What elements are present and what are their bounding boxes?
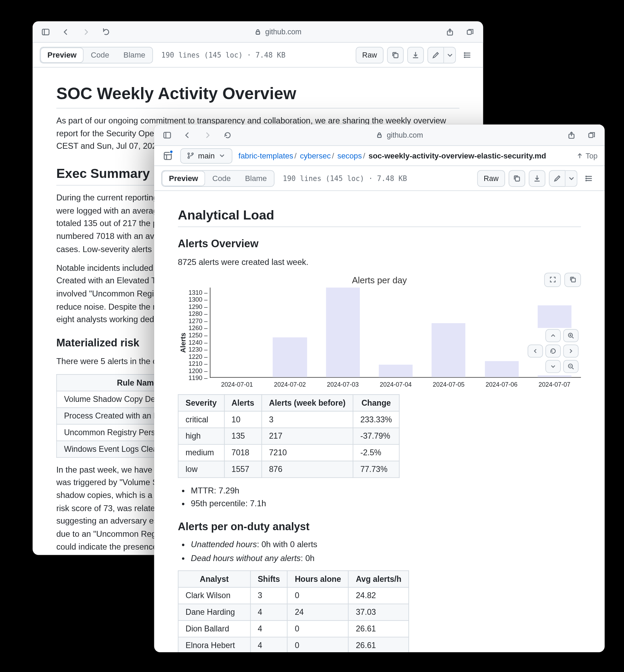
alerts-per-day-chart: Alerts per day Alerts 1310 –1300 –1290 –… [178, 275, 581, 388]
chart-pan-controls [526, 328, 581, 375]
nav-back-icon[interactable] [180, 128, 194, 141]
chart-bar [422, 287, 475, 377]
chart-xaxis: 2024-07-012024-07-022024-07-032024-07-04… [210, 380, 581, 388]
svg-point-29 [586, 180, 587, 181]
nav-back-icon[interactable] [59, 25, 73, 38]
chart-left-icon[interactable] [528, 344, 543, 357]
share-icon[interactable] [564, 128, 579, 141]
chart-copy-icon[interactable] [564, 273, 581, 287]
chart-reset-icon[interactable] [545, 344, 561, 357]
table-row: critical103233.33% [178, 411, 399, 428]
nav-forward-icon[interactable] [200, 128, 215, 141]
svg-rect-12 [164, 132, 170, 138]
url-text: github.com [387, 131, 423, 139]
copy-icon[interactable] [509, 170, 525, 187]
table-row: medium70187210-2.5% [178, 444, 399, 461]
heading-per-analyst: Alerts per on-duty analyst [178, 521, 581, 533]
svg-point-9 [464, 52, 465, 53]
breadcrumb-link[interactable]: fabric-templates [239, 151, 293, 160]
git-branch-icon [187, 152, 194, 160]
tab-preview[interactable]: Preview [162, 171, 205, 186]
sidebar-toggle-icon[interactable] [38, 25, 53, 38]
table-header: Avg alerts/h [348, 571, 409, 587]
table-header: Analyst [178, 571, 250, 587]
table-row: Clark Wilson3024.82 [178, 587, 409, 604]
download-icon[interactable] [407, 46, 424, 63]
kpi-bullets: MTTR: 7.29h95th percentile: 7.1h [191, 484, 581, 510]
file-toolbar: Preview Code Blame 190 lines (145 loc) ·… [33, 43, 483, 68]
alerts-summary: 8725 alerts were created last week. [178, 256, 581, 269]
reload-icon[interactable] [99, 25, 113, 38]
svg-point-21 [188, 157, 189, 158]
branch-selector[interactable]: main [180, 148, 233, 163]
svg-point-22 [192, 153, 193, 154]
url-display[interactable]: github.com [119, 28, 437, 36]
download-icon[interactable] [529, 170, 545, 187]
chart-bar [475, 287, 528, 377]
titlebar: github.com [154, 124, 605, 146]
breadcrumb-link[interactable]: secops [337, 151, 362, 160]
svg-rect-16 [589, 133, 593, 137]
file-toolbar: Preview Code Blame 190 lines (145 loc) ·… [154, 166, 605, 191]
share-icon[interactable] [443, 25, 457, 38]
svg-rect-23 [515, 176, 520, 181]
list-item: MTTR: 7.29h [191, 484, 581, 497]
chart-bar [317, 287, 370, 377]
chart-bar [210, 287, 263, 377]
browser-window-front: github.com main fabric-templates/ cybers… [154, 124, 605, 652]
tab-blame[interactable]: Blame [116, 47, 153, 62]
breadcrumb-link[interactable]: cybersec [300, 151, 331, 160]
branch-name: main [198, 151, 215, 160]
chart-ylabel: Alerts [178, 323, 189, 353]
list-item: Unattended hours: 0h with 0 alerts [191, 538, 581, 551]
table-row: Elnora Hebert4026.61 [178, 637, 409, 652]
heading-analytical-load: Analytical Load [178, 208, 581, 227]
table-row: Dane Harding42437.03 [178, 604, 409, 621]
edit-icon[interactable] [549, 170, 565, 187]
chart-right-icon[interactable] [563, 344, 579, 357]
tab-code[interactable]: Code [84, 47, 116, 62]
tabs-icon[interactable] [463, 25, 477, 38]
reload-icon[interactable] [220, 128, 235, 141]
list-item: 95th percentile: 7.1h [191, 497, 581, 510]
chart-up-icon[interactable] [545, 329, 561, 342]
chart-title: Alerts per day [178, 275, 581, 285]
raw-button[interactable]: Raw [477, 170, 505, 187]
svg-rect-5 [394, 53, 398, 58]
svg-rect-4 [467, 30, 471, 34]
file-meta: 190 lines (145 loc) · 7.48 KB [283, 174, 407, 182]
chart-bar [263, 287, 317, 377]
chart-down-icon[interactable] [545, 360, 561, 373]
edit-menu-icon[interactable] [444, 46, 456, 63]
svg-point-28 [586, 178, 587, 179]
table-header: Shifts [250, 571, 287, 587]
tab-preview[interactable]: Preview [40, 47, 84, 62]
jump-to-top[interactable]: Top [576, 152, 598, 160]
outline-icon[interactable] [581, 170, 598, 187]
table-header: Alerts (week before) [262, 394, 353, 411]
nav-forward-icon[interactable] [79, 25, 93, 38]
outline-icon[interactable] [459, 46, 476, 63]
titlebar: github.com [33, 21, 483, 43]
chart-zoom-in-icon[interactable] [563, 329, 579, 342]
analyst-bullets: Unattended hours: 0h with 0 alertsDead h… [191, 538, 581, 565]
tab-blame[interactable]: Blame [238, 171, 274, 186]
lock-icon [254, 28, 262, 35]
raw-button[interactable]: Raw [356, 46, 383, 63]
url-display[interactable]: github.com [241, 131, 558, 139]
heading-alerts-overview: Alerts Overview [178, 238, 581, 250]
copy-icon[interactable] [387, 46, 404, 63]
arrow-up-icon [576, 152, 583, 160]
chart-zoom-out-icon[interactable] [563, 360, 579, 373]
sidebar-toggle-icon[interactable] [160, 128, 174, 141]
chart-expand-icon[interactable] [544, 273, 561, 287]
tabs-icon[interactable] [584, 128, 599, 141]
file-tree-icon[interactable] [161, 149, 174, 162]
table-row: low155787677.73% [178, 461, 399, 477]
svg-rect-14 [378, 135, 381, 137]
edit-icon[interactable] [427, 46, 444, 63]
table-header: Change [353, 394, 399, 411]
tab-code[interactable]: Code [205, 171, 238, 186]
chart-yaxis: 1310 –1300 –1290 –1280 –1270 –1260 –1250… [189, 287, 210, 388]
edit-menu-icon[interactable] [565, 170, 577, 187]
